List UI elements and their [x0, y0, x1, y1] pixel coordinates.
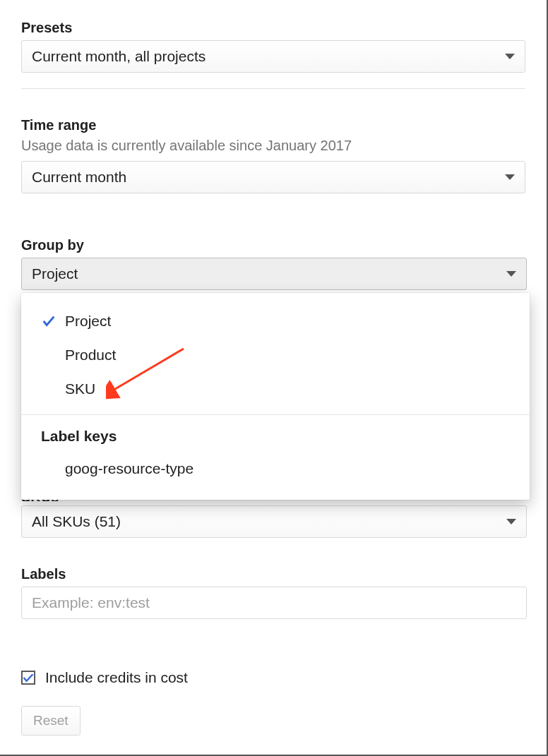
- group-by-value: Project: [32, 265, 78, 282]
- chevron-down-icon: [505, 54, 515, 59]
- group-by-labelkeys-section: Label keys goog-resource-type: [21, 414, 530, 490]
- presets-field: Presets Current month, all projects: [21, 20, 525, 73]
- group-by-field: Group by Project: [21, 237, 527, 290]
- credits-row: Include credits in cost: [21, 648, 527, 710]
- time-range-label: Time range: [21, 117, 525, 133]
- chevron-down-icon: [505, 174, 515, 180]
- labels-input[interactable]: [21, 587, 527, 619]
- reset-button-label: Reset: [33, 713, 68, 728]
- option-label: Product: [65, 347, 116, 364]
- chevron-down-icon: [506, 519, 516, 524]
- presets-value: Current month, all projects: [32, 48, 206, 65]
- group-by-labelkey-goog-resource-type[interactable]: goog-resource-type: [21, 452, 530, 486]
- time-range-select[interactable]: Current month: [21, 161, 525, 193]
- option-label: Project: [65, 313, 111, 330]
- labels-label: Labels: [21, 566, 527, 582]
- svg-marker-2: [506, 271, 516, 277]
- filters-panel: Presets Current month, all projects Time…: [0, 0, 548, 756]
- option-label: goog-resource-type: [65, 460, 193, 477]
- svg-marker-4: [506, 519, 516, 524]
- time-range-value: Current month: [32, 169, 126, 186]
- option-label: SKU: [65, 380, 95, 397]
- group-by-option-project[interactable]: Project: [21, 304, 530, 338]
- time-range-sublabel: Usage data is currently available since …: [21, 138, 525, 154]
- include-credits-checkbox[interactable]: [21, 671, 35, 685]
- svg-marker-0: [505, 54, 515, 59]
- skus-value: All SKUs (51): [32, 513, 121, 530]
- reset-button-wrap: Reset: [21, 706, 81, 736]
- time-range-field: Time range Usage data is currently avail…: [21, 117, 525, 193]
- include-credits-label: Include credits in cost: [45, 669, 188, 686]
- group-by-select[interactable]: Project: [21, 258, 527, 290]
- labels-field: Labels: [21, 566, 527, 619]
- svg-marker-1: [505, 174, 515, 180]
- group-by-label: Group by: [21, 237, 527, 253]
- label-keys-title: Label keys: [21, 428, 530, 452]
- skus-select[interactable]: All SKUs (51): [21, 505, 527, 538]
- presets-label: Presets: [21, 20, 525, 36]
- presets-select[interactable]: Current month, all projects: [21, 40, 525, 73]
- group-by-option-sku[interactable]: SKU: [21, 372, 530, 406]
- group-by-option-list: Project Product SKU: [21, 300, 530, 410]
- reset-button[interactable]: Reset: [21, 706, 81, 736]
- check-icon: [41, 313, 65, 329]
- group-by-option-product[interactable]: Product: [21, 338, 530, 372]
- chevron-down-icon: [506, 271, 516, 277]
- group-by-dropdown: Project Product SKU Label keys goog-reso…: [21, 293, 530, 500]
- section-divider: [21, 88, 525, 89]
